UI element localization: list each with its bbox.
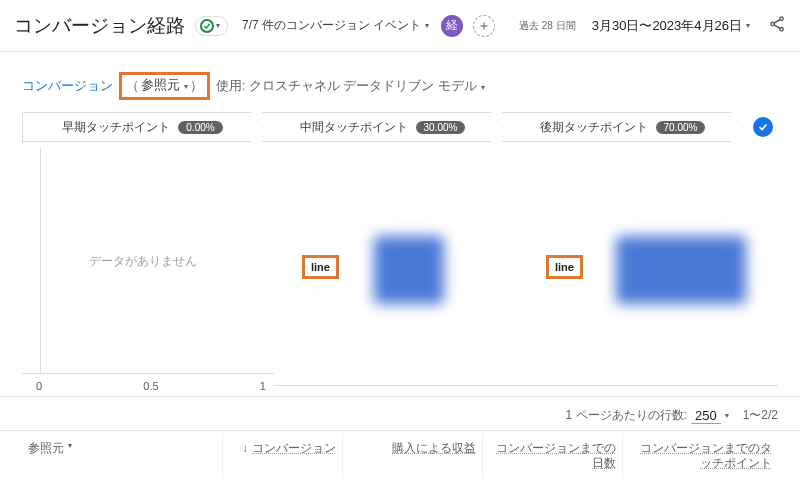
svg-point-0 <box>771 22 774 25</box>
th-days[interactable]: コンバージョンまでの日数 <box>482 433 622 479</box>
date-preset-label: 過去 28 日間 <box>519 19 576 33</box>
svg-point-2 <box>780 28 783 31</box>
check-icon <box>753 117 773 137</box>
touchpoint-mid[interactable]: 中間タッチポイント 30.00% <box>262 112 503 142</box>
check-circle-icon <box>200 19 214 33</box>
bar-blurred <box>374 236 444 304</box>
rows-label: 1 ページあたりの行数: <box>566 407 687 424</box>
series-line-highlight: line <box>546 255 583 279</box>
chart-late: line <box>526 148 778 392</box>
th-touchpoints[interactable]: コンバージョンまでのタッチポイント <box>622 433 778 479</box>
page-header: コンバージョン経路 ▾ 7/7 件のコンバージョン イベント ▾ 経 ＋ 過去 … <box>0 0 800 52</box>
svg-point-1 <box>780 17 783 20</box>
chevron-down-icon: ▾ <box>746 21 750 30</box>
dimension-selector[interactable]: 参照元 ▾ <box>141 75 188 97</box>
touchpoint-early[interactable]: 早期タッチポイント 0.00% <box>22 112 263 142</box>
touchpoint-label: 早期タッチポイント <box>62 119 170 136</box>
touchpoint-label: 中間タッチポイント <box>300 119 408 136</box>
chart-mid: line <box>274 148 526 392</box>
conversion-events-label: 7/7 件のコンバージョン イベント <box>242 17 421 34</box>
page-title: コンバージョン経路 <box>14 13 185 39</box>
rows-value: 250 <box>691 408 721 424</box>
date-range-text: 3月30日〜2023年4月26日 <box>592 17 742 35</box>
touchpoint-complete[interactable] <box>748 112 778 142</box>
th-revenue[interactable]: 購入による収益 <box>342 433 482 479</box>
pagination-range: 1〜2/2 <box>743 407 778 424</box>
svg-line-4 <box>774 25 780 29</box>
x-axis: 0 0.5 1 <box>22 374 274 392</box>
touchpoint-pct: 70.00% <box>656 121 706 134</box>
chevron-down-icon: ▾ <box>481 83 485 92</box>
table-header: 参照元 ▾ ↓ コンバージョン 購入による収益 コンバージョンまでの日数 コンバ… <box>0 430 800 479</box>
touchpoint-late[interactable]: 後期タッチポイント 70.00% <box>502 112 743 142</box>
add-segment-button[interactable]: ＋ <box>473 15 495 37</box>
table-controls: 1 ページあたりの行数: 250 ▾ 1〜2/2 <box>0 396 800 430</box>
svg-line-3 <box>774 20 780 24</box>
chevron-down-icon: ▾ <box>68 441 72 450</box>
touchpoint-pct: 30.00% <box>416 121 466 134</box>
status-chip[interactable]: ▾ <box>195 16 228 36</box>
charts-row: データがありません 0 0.5 1 line line <box>0 142 800 392</box>
th-conversions[interactable]: ↓ コンバージョン <box>222 433 342 479</box>
chevron-down-icon: ▾ <box>216 21 220 30</box>
control-row: コンバージョン （ 参照元 ▾ ） 使用: クロスチャネル データドリブン モデ… <box>0 52 800 110</box>
bar-blurred <box>616 236 746 304</box>
dimension-selector-highlight: （ 参照元 ▾ ） <box>119 72 210 100</box>
nodata-message: データがありません <box>89 252 197 269</box>
chart-early: データがありません 0 0.5 1 <box>22 148 274 392</box>
conversion-events-selector[interactable]: 7/7 件のコンバージョン イベント ▾ <box>242 17 429 34</box>
sort-desc-icon: ↓ <box>242 441 248 455</box>
touchpoint-pct: 0.00% <box>178 121 222 134</box>
chevron-down-icon: ▾ <box>425 21 429 30</box>
segment-badge[interactable]: 経 <box>441 15 463 37</box>
rows-per-page[interactable]: 1 ページあたりの行数: 250 ▾ <box>566 407 729 424</box>
model-label[interactable]: 使用: クロスチャネル データドリブン モデル ▾ <box>216 77 485 95</box>
series-line-highlight: line <box>302 255 339 279</box>
touchpoint-label: 後期タッチポイント <box>540 119 648 136</box>
touchpoint-row: 早期タッチポイント 0.00% 中間タッチポイント 30.00% 後期タッチポイ… <box>0 112 800 142</box>
chevron-down-icon: ▾ <box>725 411 729 420</box>
chevron-down-icon: ▾ <box>184 82 188 91</box>
th-source[interactable]: 参照元 ▾ <box>22 433 222 479</box>
conversion-metric-selector[interactable]: コンバージョン <box>22 77 113 95</box>
date-range-selector[interactable]: 3月30日〜2023年4月26日 ▾ <box>592 17 750 35</box>
share-icon[interactable] <box>768 15 786 36</box>
